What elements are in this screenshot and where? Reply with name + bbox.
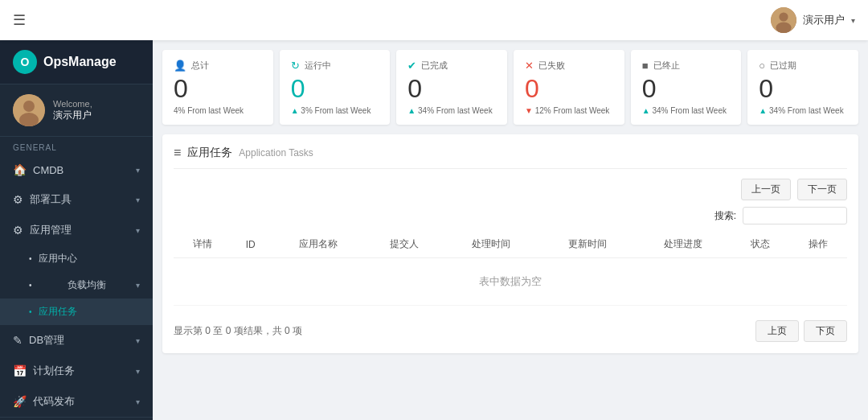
table-section-title: 应用任务 <box>187 146 232 160</box>
expired-stat-icon: ○ <box>759 60 765 72</box>
app-mgmt-icon: ⚙ <box>13 224 23 237</box>
svg-point-4 <box>23 101 35 112</box>
sidebar-item-deploy[interactable]: ⚙ 部署工具 ▾ <box>0 184 153 215</box>
sidebar-subitem-app-tasks-label: 应用任务 <box>39 305 77 319</box>
total-stat-change: 4% From last Week <box>174 106 262 115</box>
sidebar: O OpsManage Welcome, 演示用户 GENERAL 🏠 CMDB <box>0 40 153 420</box>
search-row: 搜索: <box>174 207 847 224</box>
failed-stat-icon: ✕ <box>525 60 534 72</box>
sidebar-item-deploy-label: 部署工具 <box>30 192 72 207</box>
cmdb-arrow-icon: ▾ <box>136 166 140 175</box>
main-content: 👤 总计 0 4% From last Week ↻ 运行中 0 ▲ 3% Fr… <box>153 40 868 420</box>
table-section: ≡ 应用任务 Application Tasks 上一页 下一页 搜索: 详情 … <box>162 134 858 353</box>
col-process-time: 处理时间 <box>443 231 539 258</box>
completed-stat-label: 已完成 <box>421 60 448 72</box>
app-mgmt-arrow-icon: ▾ <box>136 226 140 235</box>
sidebar-user: Welcome, 演示用户 <box>0 84 153 137</box>
sidebar-bottom: ⚙ ⊞ ↺ ⏻ <box>0 417 153 420</box>
load-balance-arrow-icon: ▾ <box>136 281 140 290</box>
user-dropdown-arrow[interactable]: ▾ <box>851 16 855 25</box>
col-app-name: 应用名称 <box>270 231 366 258</box>
running-stat-icon: ↻ <box>291 60 300 72</box>
failed-stat-label: 已失败 <box>538 60 565 72</box>
table-body: 表中数据为空 <box>174 258 847 306</box>
svg-point-1 <box>779 12 788 21</box>
col-progress: 处理进度 <box>636 231 732 258</box>
total-stat-value: 0 <box>174 75 262 103</box>
table-toolbar: 上一页 下一页 <box>174 179 847 200</box>
total-stat-icon: 👤 <box>174 60 186 72</box>
sidebar-item-app-mgmt-label: 应用管理 <box>30 223 72 237</box>
next-page-bottom-button[interactable]: 下页 <box>804 320 847 342</box>
deploy-arrow-icon: ▾ <box>136 196 140 204</box>
sidebar-subitem-app-center-label: 应用中心 <box>39 252 77 266</box>
stats-row: 👤 总计 0 4% From last Week ↻ 运行中 0 ▲ 3% Fr… <box>162 50 858 125</box>
header-username: 演示用户 <box>803 13 845 27</box>
empty-row: 表中数据为空 <box>174 258 847 306</box>
sidebar-item-app-mgmt[interactable]: ⚙ 应用管理 ▾ <box>0 215 153 245</box>
col-details: 详情 <box>174 231 231 258</box>
sidebar-item-cmdb-label: CMDB <box>33 164 63 176</box>
db-arrow-icon: ▾ <box>136 336 140 345</box>
schedule-icon: 📅 <box>13 364 27 377</box>
stat-card-terminated: ■ 已终止 0 ▲ 34% From last Week <box>631 50 742 125</box>
sidebar-avatar <box>13 94 45 126</box>
deploy-icon: ⚙ <box>13 193 23 206</box>
pagination-buttons: 上页 下页 <box>755 320 847 342</box>
expired-stat-label: 已过期 <box>770 60 796 72</box>
empty-message: 表中数据为空 <box>174 258 847 306</box>
col-submitter: 提交人 <box>366 231 443 258</box>
schedule-arrow-icon: ▾ <box>136 367 140 376</box>
home-icon: 🏠 <box>13 163 27 176</box>
prev-page-top-button[interactable]: 上一页 <box>741 179 791 200</box>
code-deploy-arrow-icon: ▾ <box>136 397 140 406</box>
total-stat-label: 总计 <box>191 60 209 72</box>
sidebar-subitem-app-center[interactable]: 应用中心 <box>0 245 153 272</box>
sidebar-subitem-load-balance[interactable]: 负载均衡 ▾ <box>0 272 153 299</box>
stat-card-total: 👤 总计 0 4% From last Week <box>162 50 273 125</box>
sidebar-item-db-label: DB管理 <box>29 333 64 348</box>
failed-stat-value: 0 <box>525 75 613 103</box>
stat-card-completed: ✔ 已完成 0 ▲ 34% From last Week <box>396 50 507 125</box>
stat-card-running: ↻ 运行中 0 ▲ 3% From last Week <box>280 50 391 125</box>
sidebar-logo: O OpsManage <box>0 40 153 84</box>
code-deploy-icon: 🚀 <box>13 395 27 408</box>
sidebar-item-schedule[interactable]: 📅 计划任务 ▾ <box>0 356 153 386</box>
table-section-header: ≡ 应用任务 Application Tasks <box>174 146 847 169</box>
tasks-table: 详情 ID 应用名称 提交人 处理时间 更新时间 处理进度 状态 操作 表中数据… <box>174 231 847 306</box>
terminated-stat-change: ▲ 34% From last Week <box>642 106 731 115</box>
sidebar-subitem-app-tasks[interactable]: 应用任务 <box>0 299 153 325</box>
table-menu-icon: ≡ <box>174 146 181 160</box>
sidebar-username: 演示用户 <box>53 109 92 122</box>
col-action: 操作 <box>789 231 847 258</box>
sidebar-item-code-deploy-label: 代码发布 <box>33 394 75 409</box>
sidebar-welcome-text: Welcome, <box>53 99 92 109</box>
search-input[interactable] <box>743 207 847 224</box>
completed-stat-icon: ✔ <box>407 60 416 72</box>
prev-page-bottom-button[interactable]: 上页 <box>755 320 799 342</box>
header-right: 演示用户 ▾ <box>771 7 855 33</box>
search-label: 搜索: <box>714 209 736 223</box>
next-page-top-button[interactable]: 下一页 <box>797 179 847 200</box>
col-update-time: 更新时间 <box>539 231 636 258</box>
hamburger-icon[interactable]: ☰ <box>13 11 26 29</box>
sidebar-item-code-deploy[interactable]: 🚀 代码发布 ▾ <box>0 386 153 417</box>
pagination-info: 显示第 0 至 0 项结果，共 0 项 <box>174 324 302 338</box>
running-stat-value: 0 <box>291 75 379 103</box>
col-id: ID <box>231 231 270 258</box>
running-stat-change: ▲ 3% From last Week <box>291 106 379 115</box>
sidebar-user-info: Welcome, 演示用户 <box>53 99 92 122</box>
terminated-stat-label: 已终止 <box>653 60 680 72</box>
col-status: 状态 <box>731 231 789 258</box>
running-stat-label: 运行中 <box>305 60 331 72</box>
logo-icon: O <box>13 50 37 74</box>
failed-stat-change: ▼ 12% From last Week <box>525 106 613 115</box>
main-layout: O OpsManage Welcome, 演示用户 GENERAL 🏠 CMDB <box>0 40 868 420</box>
sidebar-item-db-mgmt[interactable]: ✎ DB管理 ▾ <box>0 325 153 356</box>
top-header: ☰ 演示用户 ▾ <box>0 0 868 40</box>
sidebar-section-label: GENERAL <box>0 137 153 155</box>
stat-card-expired: ○ 已过期 0 ▲ 34% From last Week <box>747 50 858 125</box>
table-section-subtitle: Application Tasks <box>239 147 313 159</box>
stat-card-failed: ✕ 已失败 0 ▼ 12% From last Week <box>514 50 624 125</box>
sidebar-item-cmdb[interactable]: 🏠 CMDB ▾ <box>0 155 153 184</box>
